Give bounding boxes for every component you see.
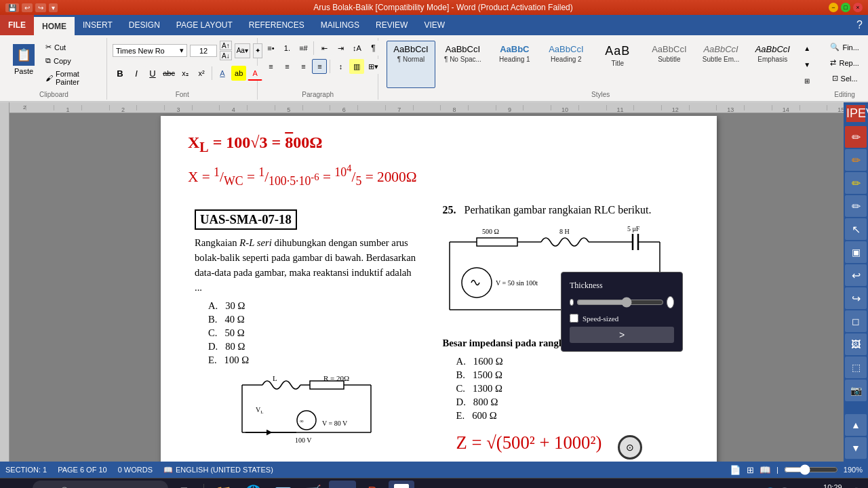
superscript-button[interactable]: x²	[194, 66, 209, 81]
yellow-pen-button[interactable]: ✏	[845, 172, 867, 194]
minimize-button[interactable]: −	[829, 3, 838, 12]
justify-button[interactable]: ≡	[312, 59, 327, 74]
selector-tool[interactable]: ↖	[845, 218, 867, 240]
white-pen-button[interactable]: ✏	[845, 195, 867, 217]
tab-page-layout[interactable]: PAGE LAYOUT	[168, 15, 241, 35]
file-explorer-button[interactable]: 📁	[210, 481, 237, 489]
close-button[interactable]: ×	[853, 3, 863, 12]
multilevel-list-button[interactable]: ≡#	[296, 41, 311, 56]
document-scroll-area[interactable]: XL = 100√3 = 800Ω X = 1/WC = 1/100·5·10-…	[9, 113, 868, 462]
style-title[interactable]: AaB Title	[593, 41, 642, 88]
tab-design[interactable]: DESIGN	[121, 15, 168, 35]
eraser-button[interactable]: ◻	[845, 310, 867, 332]
undo-draw-button[interactable]: ↩	[845, 264, 867, 286]
line-spacing-button[interactable]: ↕	[333, 59, 348, 74]
align-center-button[interactable]: ≡	[279, 59, 294, 74]
powerpoint-button[interactable]: P	[359, 481, 386, 489]
text-effects-button[interactable]: A	[215, 66, 230, 81]
bullets-button[interactable]: ≡•	[263, 41, 278, 56]
scroll-down-button[interactable]: ▼	[845, 437, 867, 459]
insert-shape-button[interactable]: ⬚	[845, 357, 867, 378]
style-subtle-emphasis[interactable]: AaBbCcI Subtle Em...	[696, 41, 745, 88]
thickness-slider[interactable]	[576, 297, 664, 308]
shading-button[interactable]: ▥	[349, 59, 364, 74]
bold-button[interactable]: B	[113, 66, 127, 81]
underline-button[interactable]: U	[145, 66, 160, 81]
style-heading1[interactable]: AaBbC Heading 1	[490, 41, 539, 88]
camera-button[interactable]: 📷	[845, 380, 867, 401]
mail-button[interactable]: 📧	[269, 481, 296, 489]
styles-scroll-down[interactable]: ▼	[800, 57, 814, 72]
tab-references[interactable]: REFERENCES	[241, 15, 313, 35]
ipevo-taskbar-button[interactable]: IP	[329, 481, 356, 489]
subscript-button[interactable]: x₂	[178, 66, 193, 81]
styles-expand[interactable]: ⊞	[800, 73, 814, 88]
circuit-left: R = 20Ω L	[235, 371, 429, 449]
font-size-adjusters: A↑ A↓	[220, 41, 232, 60]
customize-button[interactable]: ▾	[49, 3, 58, 12]
task-view-button[interactable]: ⧉	[171, 481, 198, 489]
strikethrough-button[interactable]: abc	[161, 66, 176, 81]
insert-image-button[interactable]: 🖼	[845, 333, 867, 355]
style-no-spacing[interactable]: AaBbCcI ¶ No Spac...	[438, 41, 488, 88]
maximize-button[interactable]: □	[841, 3, 850, 12]
tab-review[interactable]: REVIEW	[368, 15, 416, 35]
view-normal-button[interactable]: 📄	[730, 465, 741, 475]
style-emphasis[interactable]: AaBbCcI Emphasis	[748, 41, 797, 88]
redo-button[interactable]: ↪	[35, 3, 46, 12]
sort-button[interactable]: ↕A	[349, 41, 364, 56]
styles-scroll-up[interactable]: ▲	[800, 41, 814, 56]
italic-button[interactable]: I	[129, 66, 144, 81]
style-normal[interactable]: AaBbCcI ¶ Normal	[387, 41, 435, 88]
style-heading2[interactable]: AaBbCcI Heading 2	[542, 41, 591, 88]
copy-button[interactable]: ⧉ Copy	[42, 54, 101, 67]
redo-draw-button[interactable]: ↪	[845, 287, 867, 309]
ribbon-toggle[interactable]: ?	[856, 19, 863, 31]
clock[interactable]: 10:29 30/10/2020	[816, 483, 850, 488]
expand-button[interactable]: >	[570, 327, 674, 343]
decrease-indent-button[interactable]: ⇤	[317, 41, 332, 56]
document-wrapper[interactable]: 2 1 2 3 4 5 6 7 8 9 10	[9, 102, 868, 462]
cut-button[interactable]: ✂ Cut	[42, 41, 101, 54]
ipevo-icon: IP	[334, 483, 351, 489]
find-button[interactable]: 🔍 Fin...	[827, 41, 862, 54]
highlight-button[interactable]: ab	[231, 66, 246, 81]
save-button[interactable]: 💾	[5, 3, 19, 12]
font-size-decrease[interactable]: A↓	[220, 51, 232, 60]
style-subtitle[interactable]: AaBbCcI Subtitle	[645, 41, 694, 88]
scroll-up-button[interactable]: ▲	[845, 414, 867, 436]
tab-mailings[interactable]: MAILINGS	[313, 15, 368, 35]
change-case-button[interactable]: Aa▾	[235, 43, 250, 58]
store-button[interactable]: 🛒	[299, 481, 326, 489]
tab-insert[interactable]: INSERT	[75, 15, 121, 35]
speed-sized-checkbox[interactable]	[570, 314, 578, 323]
tab-view[interactable]: VIEW	[416, 15, 453, 35]
font-name-selector[interactable]: Times New Ro ▾	[113, 44, 187, 57]
search-button[interactable]: 🔍 Type here to search	[33, 481, 168, 489]
tab-home[interactable]: HOME	[34, 15, 75, 35]
word-button[interactable]: W	[389, 481, 414, 489]
align-left-button[interactable]: ≡	[263, 59, 278, 74]
highlighter-button[interactable]: ▣	[845, 241, 867, 263]
paste-button[interactable]: 📋 Paste	[7, 41, 41, 79]
replace-button[interactable]: ⇄ Rep...	[827, 56, 862, 69]
orange-pen-button[interactable]: ✏	[845, 149, 867, 171]
zoom-slider[interactable]	[784, 464, 838, 475]
select-button[interactable]: ⊡ Sel...	[829, 72, 861, 85]
increase-indent-button[interactable]: ⇥	[333, 41, 348, 56]
font-size-increase[interactable]: A↑	[220, 41, 232, 50]
numbering-button[interactable]: 1.	[279, 41, 294, 56]
speed-sized-row: Speed-sized	[570, 314, 674, 323]
font-size-selector[interactable]: 12	[190, 45, 217, 57]
clipboard-group: 📋 Paste ✂ Cut ⧉ Copy 🖌 Format Painter	[1, 38, 107, 100]
view-layout-button[interactable]: ⊞	[747, 465, 754, 475]
start-button[interactable]: ⊞	[3, 481, 30, 489]
chrome-button[interactable]: 🌐	[239, 481, 267, 489]
undo-button[interactable]: ↩	[22, 3, 33, 12]
view-read-button[interactable]: 📖	[760, 465, 771, 475]
tab-file[interactable]: FILE	[0, 15, 34, 35]
red-pen-button[interactable]: ✏	[845, 126, 867, 148]
align-right-button[interactable]: ≡	[296, 59, 311, 74]
format-painter-button[interactable]: 🖌 Format Painter	[42, 68, 101, 88]
ipevo-label[interactable]: IPEVO	[846, 105, 865, 122]
